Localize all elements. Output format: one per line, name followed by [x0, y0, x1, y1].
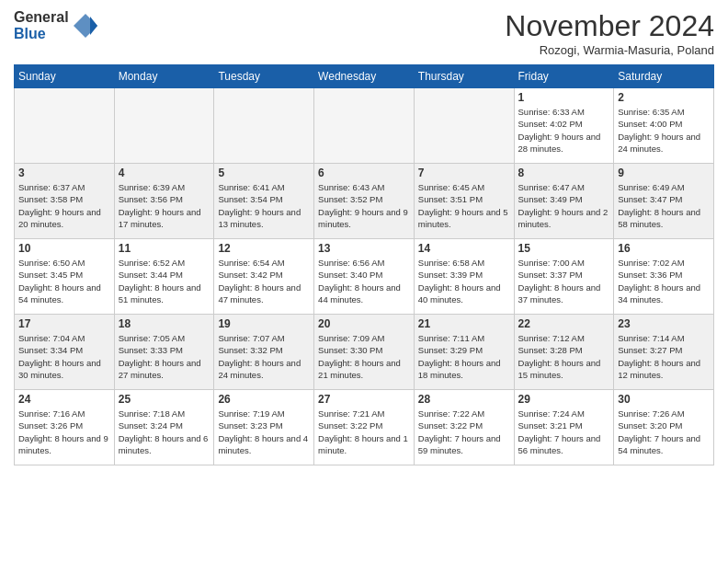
calendar-cell: 19Sunrise: 7:07 AMSunset: 3:32 PMDayligh… [214, 315, 314, 390]
calendar-cell: 15Sunrise: 7:00 AMSunset: 3:37 PMDayligh… [514, 239, 614, 315]
calendar-cell: 30Sunrise: 7:26 AMSunset: 3:20 PMDayligh… [614, 390, 714, 465]
calendar-cell: 12Sunrise: 6:54 AMSunset: 3:42 PMDayligh… [214, 239, 314, 315]
day-info: Sunrise: 7:22 AMSunset: 3:22 PMDaylight:… [418, 408, 510, 456]
calendar-cell: 26Sunrise: 7:19 AMSunset: 3:23 PMDayligh… [214, 390, 314, 465]
logo-blue: Blue [14, 26, 69, 42]
month-title: November 2024 [505, 9, 714, 43]
calendar-cell: 20Sunrise: 7:09 AMSunset: 3:30 PMDayligh… [314, 315, 415, 390]
calendar-week-3: 10Sunrise: 6:50 AMSunset: 3:45 PMDayligh… [15, 239, 714, 315]
day-info: Sunrise: 7:14 AMSunset: 3:27 PMDaylight:… [618, 332, 710, 381]
day-number: 12 [218, 242, 310, 255]
header: General Blue November 2024 Rozogi, Warmi… [14, 9, 714, 57]
calendar-cell [414, 88, 514, 164]
day-info: Sunrise: 6:43 AMSunset: 3:52 PMDaylight:… [318, 181, 410, 230]
location: Rozogi, Warmia-Masuria, Poland [505, 43, 714, 57]
calendar-cell: 23Sunrise: 7:14 AMSunset: 3:27 PMDayligh… [614, 315, 714, 390]
day-info: Sunrise: 7:18 AMSunset: 3:24 PMDaylight:… [119, 408, 210, 456]
day-number: 24 [18, 393, 110, 406]
day-info: Sunrise: 7:19 AMSunset: 3:23 PMDaylight:… [218, 408, 310, 456]
day-number: 10 [18, 242, 110, 255]
calendar-header-wednesday: Wednesday [314, 65, 415, 88]
day-info: Sunrise: 7:24 AMSunset: 3:21 PMDaylight:… [518, 408, 610, 456]
day-number: 29 [518, 393, 610, 406]
day-info: Sunrise: 6:41 AMSunset: 3:54 PMDaylight:… [218, 181, 310, 230]
day-info: Sunrise: 6:56 AMSunset: 3:40 PMDaylight:… [318, 257, 410, 305]
day-info: Sunrise: 7:21 AMSunset: 3:22 PMDaylight:… [318, 408, 410, 456]
logo-text: General Blue [14, 9, 99, 41]
day-number: 13 [318, 242, 410, 255]
calendar-cell: 7Sunrise: 6:45 AMSunset: 3:51 PMDaylight… [414, 164, 514, 239]
day-info: Sunrise: 7:16 AMSunset: 3:26 PMDaylight:… [18, 408, 110, 456]
day-number: 4 [119, 167, 210, 179]
day-number: 7 [418, 167, 510, 179]
day-number: 14 [418, 242, 510, 255]
calendar-cell: 28Sunrise: 7:22 AMSunset: 3:22 PMDayligh… [414, 390, 514, 465]
day-number: 20 [318, 317, 410, 330]
day-info: Sunrise: 6:39 AMSunset: 3:56 PMDaylight:… [119, 181, 210, 230]
calendar-cell: 16Sunrise: 7:02 AMSunset: 3:36 PMDayligh… [614, 239, 714, 315]
calendar-cell: 29Sunrise: 7:24 AMSunset: 3:21 PMDayligh… [514, 390, 614, 465]
title-block: November 2024 Rozogi, Warmia-Masuria, Po… [505, 9, 714, 57]
logo: General Blue [14, 9, 99, 41]
day-number: 25 [119, 393, 210, 406]
calendar-header-sunday: Sunday [15, 65, 115, 88]
calendar-cell: 18Sunrise: 7:05 AMSunset: 3:33 PMDayligh… [114, 315, 214, 390]
calendar-week-1: 1Sunrise: 6:33 AMSunset: 4:02 PMDaylight… [15, 88, 714, 164]
calendar-cell: 3Sunrise: 6:37 AMSunset: 3:58 PMDaylight… [15, 164, 115, 239]
day-info: Sunrise: 6:33 AMSunset: 4:02 PMDaylight:… [518, 106, 610, 155]
day-number: 21 [418, 317, 510, 330]
day-number: 2 [618, 91, 710, 104]
calendar-cell: 17Sunrise: 7:04 AMSunset: 3:34 PMDayligh… [15, 315, 115, 390]
day-number: 15 [518, 242, 610, 255]
calendar-cell: 11Sunrise: 6:52 AMSunset: 3:44 PMDayligh… [114, 239, 214, 315]
day-info: Sunrise: 6:52 AMSunset: 3:44 PMDaylight:… [119, 257, 210, 305]
day-number: 5 [218, 167, 310, 179]
calendar-cell: 2Sunrise: 6:35 AMSunset: 4:00 PMDaylight… [614, 88, 714, 164]
day-info: Sunrise: 6:37 AMSunset: 3:58 PMDaylight:… [18, 181, 110, 230]
day-number: 28 [418, 393, 510, 406]
day-info: Sunrise: 7:12 AMSunset: 3:28 PMDaylight:… [518, 332, 610, 381]
calendar-cell [15, 88, 115, 164]
calendar-week-2: 3Sunrise: 6:37 AMSunset: 3:58 PMDaylight… [15, 164, 714, 239]
day-number: 16 [618, 242, 710, 255]
day-info: Sunrise: 6:45 AMSunset: 3:51 PMDaylight:… [418, 181, 510, 230]
day-info: Sunrise: 7:11 AMSunset: 3:29 PMDaylight:… [418, 332, 510, 381]
calendar: SundayMondayTuesdayWednesdayThursdayFrid… [14, 64, 714, 465]
day-info: Sunrise: 7:26 AMSunset: 3:20 PMDaylight:… [618, 408, 710, 456]
day-number: 19 [218, 317, 310, 330]
day-info: Sunrise: 6:35 AMSunset: 4:00 PMDaylight:… [618, 106, 710, 155]
day-number: 30 [618, 393, 710, 406]
logo-general: General [14, 9, 69, 26]
day-info: Sunrise: 7:04 AMSunset: 3:34 PMDaylight:… [18, 332, 110, 381]
calendar-header-row: SundayMondayTuesdayWednesdayThursdayFrid… [15, 65, 714, 88]
day-info: Sunrise: 7:02 AMSunset: 3:36 PMDaylight:… [618, 257, 710, 305]
day-info: Sunrise: 7:05 AMSunset: 3:33 PMDaylight:… [119, 332, 210, 381]
calendar-cell: 1Sunrise: 6:33 AMSunset: 4:02 PMDaylight… [514, 88, 614, 164]
day-info: Sunrise: 7:09 AMSunset: 3:30 PMDaylight:… [318, 332, 410, 381]
day-info: Sunrise: 7:00 AMSunset: 3:37 PMDaylight:… [518, 257, 610, 305]
day-info: Sunrise: 6:54 AMSunset: 3:42 PMDaylight:… [218, 257, 310, 305]
calendar-header-friday: Friday [514, 65, 614, 88]
day-number: 23 [618, 317, 710, 330]
day-number: 26 [218, 393, 310, 406]
calendar-cell: 5Sunrise: 6:41 AMSunset: 3:54 PMDaylight… [214, 164, 314, 239]
calendar-cell: 4Sunrise: 6:39 AMSunset: 3:56 PMDaylight… [114, 164, 214, 239]
calendar-week-4: 17Sunrise: 7:04 AMSunset: 3:34 PMDayligh… [15, 315, 714, 390]
calendar-cell: 24Sunrise: 7:16 AMSunset: 3:26 PMDayligh… [15, 390, 115, 465]
calendar-cell: 21Sunrise: 7:11 AMSunset: 3:29 PMDayligh… [414, 315, 514, 390]
day-number: 22 [518, 317, 610, 330]
calendar-cell [314, 88, 415, 164]
calendar-header-thursday: Thursday [414, 65, 514, 88]
day-number: 11 [119, 242, 210, 255]
calendar-cell: 9Sunrise: 6:49 AMSunset: 3:47 PMDaylight… [614, 164, 714, 239]
day-number: 8 [518, 167, 610, 179]
day-info: Sunrise: 6:50 AMSunset: 3:45 PMDaylight:… [18, 257, 110, 305]
day-info: Sunrise: 6:47 AMSunset: 3:49 PMDaylight:… [518, 181, 610, 230]
day-number: 9 [618, 167, 710, 179]
day-info: Sunrise: 7:07 AMSunset: 3:32 PMDaylight:… [218, 332, 310, 381]
calendar-cell: 22Sunrise: 7:12 AMSunset: 3:28 PMDayligh… [514, 315, 614, 390]
calendar-cell: 25Sunrise: 7:18 AMSunset: 3:24 PMDayligh… [114, 390, 214, 465]
calendar-header-saturday: Saturday [614, 65, 714, 88]
calendar-week-5: 24Sunrise: 7:16 AMSunset: 3:26 PMDayligh… [15, 390, 714, 465]
day-info: Sunrise: 6:58 AMSunset: 3:39 PMDaylight:… [418, 257, 510, 305]
